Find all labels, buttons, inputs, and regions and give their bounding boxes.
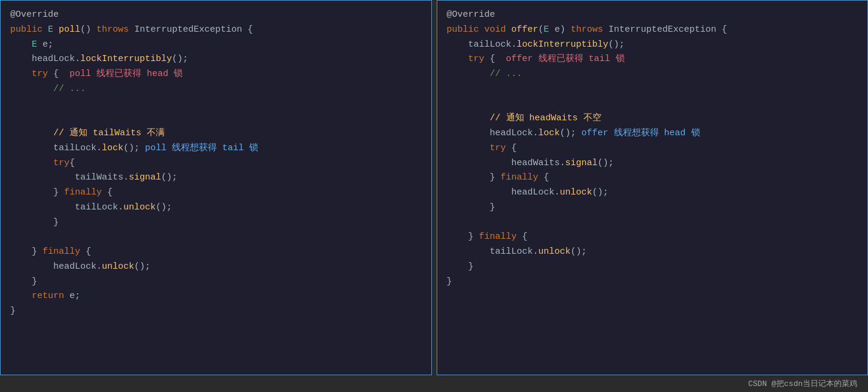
r-blank-3 — [447, 215, 858, 230]
r-code-line-6: // 通知 headWaits 不空 — [447, 111, 858, 126]
r-code-line-15: } — [447, 260, 858, 275]
footer: CSDN @把csdn当日记本的菜鸡 — [0, 375, 868, 392]
r-code-line-16: } — [447, 275, 858, 290]
r-code-line-9: headWaits.signal(); — [447, 156, 858, 171]
code-line-8: tailLock.lock(); poll 线程想获得 tail 锁 — [10, 141, 422, 156]
r-code-line-10: } finally { — [447, 171, 858, 186]
r-code-line-8: try { — [447, 141, 858, 156]
r-code-line-7: headLock.lock(); offer 线程想获得 head 锁 — [447, 126, 858, 141]
code-line-11: } finally { — [10, 186, 422, 200]
code-line-10: tailWaits.signal(); — [10, 171, 422, 186]
r-code-line-4: try { offer 线程已获得 tail 锁 — [447, 52, 858, 67]
code-line-18: } — [10, 304, 422, 319]
code-line-2: public E poll() throws InterruptedExcept… — [10, 23, 422, 38]
code-line-3: E e; — [10, 38, 422, 53]
r-code-line-14: tailLock.unlock(); — [447, 245, 858, 260]
code-line-9: try{ — [10, 156, 422, 171]
blank-2 — [10, 111, 422, 126]
code-line-4: headLock.lockInterruptibly(); — [10, 52, 422, 67]
code-line-12: tailLock.unlock(); — [10, 200, 422, 215]
r-blank-2 — [447, 97, 858, 112]
code-line-5: try { poll 线程已获得 head 锁 — [10, 67, 422, 82]
right-code-panel: @Override public void offer(E e) throws … — [437, 0, 869, 375]
code-line-17: return e; — [10, 289, 422, 304]
code-line-13: } — [10, 215, 422, 230]
r-code-line-5: // ... — [447, 67, 858, 82]
code-line-1: @Override — [10, 8, 422, 23]
code-line-14: } finally { — [10, 245, 422, 260]
r-code-line-12: } — [447, 200, 858, 215]
r-code-line-11: headLock.unlock(); — [447, 186, 858, 200]
footer-text: CSDN @把csdn当日记本的菜鸡 — [748, 378, 857, 389]
r-code-line-3: tailLock.lockInterruptibly(); — [447, 38, 858, 53]
code-line-15: headLock.unlock(); — [10, 260, 422, 275]
code-line-6: // ... — [10, 82, 422, 97]
blank-1 — [10, 97, 422, 112]
code-line-16: } — [10, 275, 422, 290]
r-code-line-13: } finally { — [447, 230, 858, 245]
r-code-line-1: @Override — [447, 8, 858, 23]
panel-divider — [432, 0, 437, 375]
r-code-line-2: public void offer(E e) throws Interrupte… — [447, 23, 858, 38]
left-code-panel: @Override public E poll() throws Interru… — [0, 0, 432, 375]
main-content: @Override public E poll() throws Interru… — [0, 0, 868, 375]
blank-3 — [10, 230, 422, 245]
r-blank-1 — [447, 82, 858, 97]
code-line-7: // 通知 tailWaits 不满 — [10, 126, 422, 141]
